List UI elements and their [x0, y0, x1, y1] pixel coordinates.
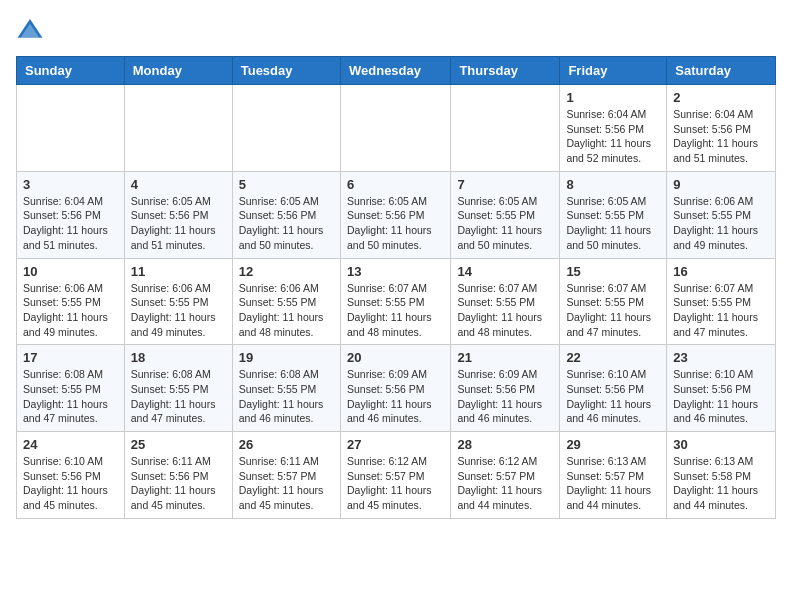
column-header-tuesday: Tuesday: [232, 57, 340, 85]
day-info: Sunrise: 6:11 AMSunset: 5:57 PMDaylight:…: [239, 454, 334, 513]
calendar-cell: 29Sunrise: 6:13 AMSunset: 5:57 PMDayligh…: [560, 432, 667, 519]
calendar-cell: [232, 85, 340, 172]
calendar-cell: 17Sunrise: 6:08 AMSunset: 5:55 PMDayligh…: [17, 345, 125, 432]
day-number: 9: [673, 177, 769, 192]
calendar-cell: 21Sunrise: 6:09 AMSunset: 5:56 PMDayligh…: [451, 345, 560, 432]
calendar-cell: 15Sunrise: 6:07 AMSunset: 5:55 PMDayligh…: [560, 258, 667, 345]
day-info: Sunrise: 6:13 AMSunset: 5:58 PMDaylight:…: [673, 454, 769, 513]
day-number: 5: [239, 177, 334, 192]
calendar-cell: 24Sunrise: 6:10 AMSunset: 5:56 PMDayligh…: [17, 432, 125, 519]
calendar-week-row: 3Sunrise: 6:04 AMSunset: 5:56 PMDaylight…: [17, 171, 776, 258]
day-info: Sunrise: 6:07 AMSunset: 5:55 PMDaylight:…: [673, 281, 769, 340]
column-header-sunday: Sunday: [17, 57, 125, 85]
calendar-cell: [340, 85, 450, 172]
day-number: 20: [347, 350, 444, 365]
calendar-cell: 18Sunrise: 6:08 AMSunset: 5:55 PMDayligh…: [124, 345, 232, 432]
calendar-cell: 19Sunrise: 6:08 AMSunset: 5:55 PMDayligh…: [232, 345, 340, 432]
calendar-cell: 25Sunrise: 6:11 AMSunset: 5:56 PMDayligh…: [124, 432, 232, 519]
day-number: 28: [457, 437, 553, 452]
day-number: 17: [23, 350, 118, 365]
logo-icon: [16, 16, 44, 44]
calendar-cell: 1Sunrise: 6:04 AMSunset: 5:56 PMDaylight…: [560, 85, 667, 172]
calendar-cell: 22Sunrise: 6:10 AMSunset: 5:56 PMDayligh…: [560, 345, 667, 432]
calendar-cell: 7Sunrise: 6:05 AMSunset: 5:55 PMDaylight…: [451, 171, 560, 258]
day-number: 30: [673, 437, 769, 452]
calendar-cell: [124, 85, 232, 172]
day-number: 27: [347, 437, 444, 452]
day-info: Sunrise: 6:04 AMSunset: 5:56 PMDaylight:…: [566, 107, 660, 166]
day-info: Sunrise: 6:05 AMSunset: 5:56 PMDaylight:…: [239, 194, 334, 253]
calendar-header-row: SundayMondayTuesdayWednesdayThursdayFrid…: [17, 57, 776, 85]
column-header-thursday: Thursday: [451, 57, 560, 85]
day-number: 14: [457, 264, 553, 279]
day-info: Sunrise: 6:06 AMSunset: 5:55 PMDaylight:…: [239, 281, 334, 340]
calendar-cell: 26Sunrise: 6:11 AMSunset: 5:57 PMDayligh…: [232, 432, 340, 519]
day-info: Sunrise: 6:09 AMSunset: 5:56 PMDaylight:…: [457, 367, 553, 426]
day-number: 29: [566, 437, 660, 452]
column-header-friday: Friday: [560, 57, 667, 85]
day-number: 6: [347, 177, 444, 192]
day-number: 15: [566, 264, 660, 279]
day-info: Sunrise: 6:07 AMSunset: 5:55 PMDaylight:…: [347, 281, 444, 340]
calendar-cell: 9Sunrise: 6:06 AMSunset: 5:55 PMDaylight…: [667, 171, 776, 258]
day-info: Sunrise: 6:07 AMSunset: 5:55 PMDaylight:…: [457, 281, 553, 340]
day-number: 10: [23, 264, 118, 279]
day-number: 3: [23, 177, 118, 192]
day-number: 4: [131, 177, 226, 192]
calendar-cell: [17, 85, 125, 172]
calendar-cell: 27Sunrise: 6:12 AMSunset: 5:57 PMDayligh…: [340, 432, 450, 519]
column-header-monday: Monday: [124, 57, 232, 85]
day-info: Sunrise: 6:06 AMSunset: 5:55 PMDaylight:…: [23, 281, 118, 340]
day-info: Sunrise: 6:09 AMSunset: 5:56 PMDaylight:…: [347, 367, 444, 426]
calendar-cell: [451, 85, 560, 172]
column-header-saturday: Saturday: [667, 57, 776, 85]
calendar-cell: 8Sunrise: 6:05 AMSunset: 5:55 PMDaylight…: [560, 171, 667, 258]
calendar-table: SundayMondayTuesdayWednesdayThursdayFrid…: [16, 56, 776, 519]
calendar-cell: 11Sunrise: 6:06 AMSunset: 5:55 PMDayligh…: [124, 258, 232, 345]
calendar-week-row: 1Sunrise: 6:04 AMSunset: 5:56 PMDaylight…: [17, 85, 776, 172]
calendar-cell: 16Sunrise: 6:07 AMSunset: 5:55 PMDayligh…: [667, 258, 776, 345]
day-number: 16: [673, 264, 769, 279]
day-number: 18: [131, 350, 226, 365]
day-number: 25: [131, 437, 226, 452]
day-info: Sunrise: 6:06 AMSunset: 5:55 PMDaylight:…: [131, 281, 226, 340]
day-info: Sunrise: 6:10 AMSunset: 5:56 PMDaylight:…: [566, 367, 660, 426]
day-info: Sunrise: 6:08 AMSunset: 5:55 PMDaylight:…: [131, 367, 226, 426]
day-info: Sunrise: 6:08 AMSunset: 5:55 PMDaylight:…: [23, 367, 118, 426]
calendar-cell: 5Sunrise: 6:05 AMSunset: 5:56 PMDaylight…: [232, 171, 340, 258]
column-header-wednesday: Wednesday: [340, 57, 450, 85]
calendar-week-row: 24Sunrise: 6:10 AMSunset: 5:56 PMDayligh…: [17, 432, 776, 519]
day-number: 2: [673, 90, 769, 105]
calendar-cell: 4Sunrise: 6:05 AMSunset: 5:56 PMDaylight…: [124, 171, 232, 258]
calendar-cell: 20Sunrise: 6:09 AMSunset: 5:56 PMDayligh…: [340, 345, 450, 432]
day-info: Sunrise: 6:13 AMSunset: 5:57 PMDaylight:…: [566, 454, 660, 513]
day-number: 8: [566, 177, 660, 192]
day-info: Sunrise: 6:05 AMSunset: 5:55 PMDaylight:…: [566, 194, 660, 253]
calendar-week-row: 17Sunrise: 6:08 AMSunset: 5:55 PMDayligh…: [17, 345, 776, 432]
calendar-cell: 6Sunrise: 6:05 AMSunset: 5:56 PMDaylight…: [340, 171, 450, 258]
page-header: [16, 16, 776, 44]
calendar-cell: 13Sunrise: 6:07 AMSunset: 5:55 PMDayligh…: [340, 258, 450, 345]
day-number: 12: [239, 264, 334, 279]
day-info: Sunrise: 6:05 AMSunset: 5:56 PMDaylight:…: [131, 194, 226, 253]
day-info: Sunrise: 6:04 AMSunset: 5:56 PMDaylight:…: [673, 107, 769, 166]
day-number: 11: [131, 264, 226, 279]
day-number: 1: [566, 90, 660, 105]
day-info: Sunrise: 6:08 AMSunset: 5:55 PMDaylight:…: [239, 367, 334, 426]
calendar-week-row: 10Sunrise: 6:06 AMSunset: 5:55 PMDayligh…: [17, 258, 776, 345]
day-number: 24: [23, 437, 118, 452]
day-number: 22: [566, 350, 660, 365]
day-info: Sunrise: 6:06 AMSunset: 5:55 PMDaylight:…: [673, 194, 769, 253]
day-info: Sunrise: 6:04 AMSunset: 5:56 PMDaylight:…: [23, 194, 118, 253]
day-number: 23: [673, 350, 769, 365]
calendar-cell: 28Sunrise: 6:12 AMSunset: 5:57 PMDayligh…: [451, 432, 560, 519]
day-number: 26: [239, 437, 334, 452]
calendar-cell: 30Sunrise: 6:13 AMSunset: 5:58 PMDayligh…: [667, 432, 776, 519]
day-info: Sunrise: 6:10 AMSunset: 5:56 PMDaylight:…: [673, 367, 769, 426]
day-info: Sunrise: 6:11 AMSunset: 5:56 PMDaylight:…: [131, 454, 226, 513]
calendar-cell: 2Sunrise: 6:04 AMSunset: 5:56 PMDaylight…: [667, 85, 776, 172]
calendar-cell: 10Sunrise: 6:06 AMSunset: 5:55 PMDayligh…: [17, 258, 125, 345]
day-info: Sunrise: 6:10 AMSunset: 5:56 PMDaylight:…: [23, 454, 118, 513]
day-info: Sunrise: 6:12 AMSunset: 5:57 PMDaylight:…: [347, 454, 444, 513]
day-number: 19: [239, 350, 334, 365]
